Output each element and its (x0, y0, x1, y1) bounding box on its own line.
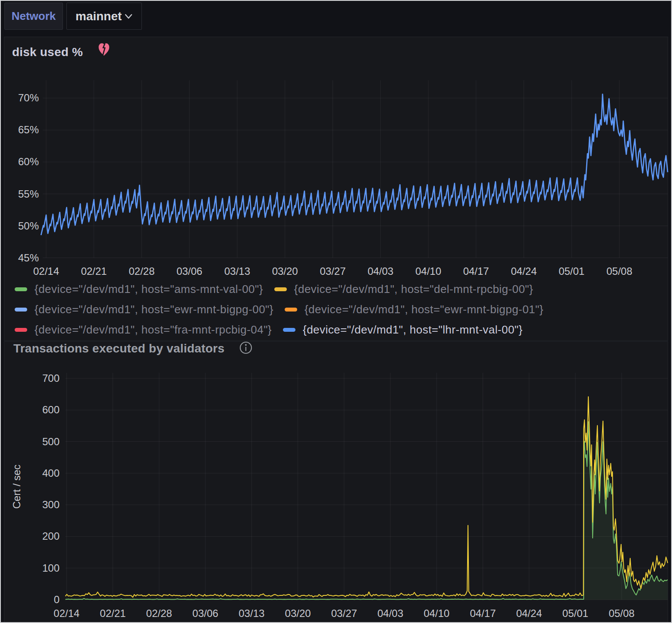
svg-text:04/17: 04/17 (463, 265, 489, 277)
svg-text:70%: 70% (18, 92, 39, 104)
svg-text:50%: 50% (18, 220, 39, 232)
svg-text:500: 500 (42, 436, 60, 447)
svg-text:55%: 55% (18, 188, 39, 200)
svg-text:03/20: 03/20 (285, 607, 311, 619)
svg-text:03/13: 03/13 (224, 265, 250, 277)
svg-text:400: 400 (42, 467, 60, 479)
svg-text:03/06: 03/06 (176, 265, 202, 277)
svg-text:02/14: 02/14 (53, 607, 79, 619)
svg-text:03/27: 03/27 (331, 607, 357, 619)
svg-text:200: 200 (42, 530, 60, 542)
svg-text:04/10: 04/10 (415, 265, 441, 277)
svg-text:05/01: 05/01 (562, 607, 588, 619)
svg-text:600: 600 (42, 404, 60, 415)
svg-text:05/01: 05/01 (559, 265, 584, 277)
svg-text:02/14: 02/14 (33, 265, 59, 277)
svg-text:02/21: 02/21 (100, 607, 126, 619)
svg-text:100: 100 (42, 562, 60, 574)
svg-text:0: 0 (54, 594, 60, 605)
svg-text:03/13: 03/13 (239, 607, 264, 619)
svg-text:05/08: 05/08 (609, 607, 634, 619)
svg-text:05/08: 05/08 (606, 265, 632, 277)
svg-text:02/21: 02/21 (81, 265, 107, 277)
svg-text:03/20: 03/20 (272, 265, 298, 277)
svg-text:45%: 45% (18, 252, 39, 264)
svg-text:300: 300 (42, 499, 60, 510)
svg-text:04/17: 04/17 (470, 607, 496, 619)
svg-text:60%: 60% (18, 156, 39, 167)
svg-text:03/27: 03/27 (320, 265, 345, 277)
svg-text:02/28: 02/28 (146, 607, 172, 619)
svg-text:02/28: 02/28 (129, 265, 154, 277)
svg-text:04/03: 04/03 (367, 265, 393, 277)
svg-text:04/24: 04/24 (516, 607, 542, 619)
svg-text:65%: 65% (18, 124, 39, 135)
svg-text:700: 700 (42, 372, 60, 384)
svg-text:04/24: 04/24 (511, 265, 537, 277)
svg-text:04/03: 04/03 (377, 607, 403, 619)
svg-text:04/10: 04/10 (424, 607, 449, 619)
svg-text:03/06: 03/06 (192, 607, 218, 619)
